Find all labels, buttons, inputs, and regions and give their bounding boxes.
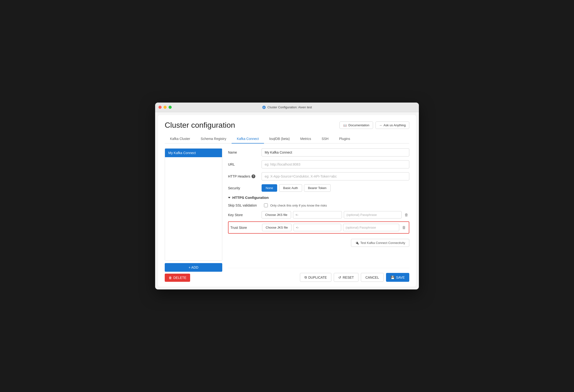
trust-store-input[interactable] xyxy=(293,224,341,231)
traffic-lights xyxy=(159,106,172,109)
collapse-icon[interactable] xyxy=(228,197,230,198)
duplicate-button[interactable]: ⧉ DUPLICATE xyxy=(300,273,332,282)
window-title: ⟳ Cluster Configuration: Aiven test xyxy=(262,105,312,109)
tab-schema-registry[interactable]: Schema Registry xyxy=(195,135,232,143)
test-connectivity-button[interactable]: 🔌 Test Kafka Connect Connectivity xyxy=(351,239,409,247)
trash-icon: 🗑 xyxy=(168,276,172,280)
app-icon: ⟳ xyxy=(262,105,266,109)
trust-store-label: Trust Store xyxy=(228,226,262,230)
trust-store-passphrase-input[interactable] xyxy=(343,224,399,231)
sidebar-list: My Kafka Connect xyxy=(165,148,222,261)
url-input[interactable] xyxy=(262,160,409,168)
delete-button[interactable]: 🗑 DELETE xyxy=(165,274,190,282)
http-headers-label: HTTP Headers ? xyxy=(228,175,262,178)
tab-kafka-connect[interactable]: Kafka Connect xyxy=(232,135,264,143)
close-button[interactable] xyxy=(159,106,162,109)
name-label: Name xyxy=(228,151,262,154)
arrow-icon: → xyxy=(379,123,382,127)
https-section-header: HTTPS Configuration xyxy=(228,196,409,200)
titlebar: ⟳ Cluster Configuration: Aiven test xyxy=(155,102,419,112)
main-content: Cluster configuration 📖 Documentation → … xyxy=(158,115,416,287)
name-input[interactable] xyxy=(262,148,409,157)
security-basic-auth-button[interactable]: Basic Auth xyxy=(279,184,302,192)
tab-ksqldb-beta[interactable]: ksqlDB (beta) xyxy=(264,135,295,143)
security-bearer-token-button[interactable]: Bearer Token xyxy=(304,184,331,192)
main-layout: My Kafka Connect + ADD 🗑 DELETE Name xyxy=(165,148,409,282)
save-icon: 💾 xyxy=(390,275,395,279)
ssl-checkbox[interactable] xyxy=(264,203,268,207)
key-store-label: Key Store xyxy=(228,213,262,217)
tab-metrics[interactable]: Metrics xyxy=(295,135,316,143)
security-none-button[interactable]: None xyxy=(262,184,277,192)
security-row: Security None Basic Auth Bearer Token xyxy=(228,184,409,192)
documentation-button[interactable]: 📖 Documentation xyxy=(340,121,373,129)
tab-kafka-cluster[interactable]: Kafka Cluster xyxy=(165,135,195,143)
maximize-button[interactable] xyxy=(168,106,172,109)
key-store-choose-button[interactable]: Choose JKS file xyxy=(262,211,291,218)
save-button[interactable]: 💾 SAVE xyxy=(386,273,409,282)
header-actions: 📖 Documentation → Ask us Anything xyxy=(340,121,409,129)
sidebar: My Kafka Connect + ADD 🗑 DELETE xyxy=(165,148,222,282)
copy-icon: ⧉ xyxy=(305,275,307,279)
tab-ssh[interactable]: SSH xyxy=(316,135,334,143)
key-store-passphrase-input[interactable] xyxy=(344,211,402,218)
page-header: Cluster configuration 📖 Documentation → … xyxy=(165,121,409,130)
svg-text:⟳: ⟳ xyxy=(263,106,265,109)
ssl-row: Skip SSL validation Only check this only… xyxy=(228,203,409,207)
security-label: Security xyxy=(228,186,262,190)
reset-button[interactable]: ↺ RESET xyxy=(334,273,358,282)
plug-icon: 🔌 xyxy=(355,241,359,245)
http-headers-row: HTTP Headers ? xyxy=(228,172,409,180)
add-button[interactable]: + ADD xyxy=(165,263,222,272)
tab-plugins[interactable]: Plugins xyxy=(334,135,355,143)
key-store-input[interactable] xyxy=(293,211,342,218)
trust-store-row: Trust Store Choose JKS file 🗑 xyxy=(228,221,409,234)
tabs: Kafka Cluster Schema Registry Kafka Conn… xyxy=(165,135,409,143)
book-icon: 📖 xyxy=(343,123,347,127)
http-headers-input[interactable] xyxy=(262,172,409,180)
page-title: Cluster configuration xyxy=(165,121,235,130)
app-window: ⟳ Cluster Configuration: Aiven test Clus… xyxy=(155,102,419,290)
minimize-button[interactable] xyxy=(164,106,167,109)
test-connectivity-area: 🔌 Test Kafka Connect Connectivity xyxy=(228,239,409,247)
cancel-button[interactable]: CANCEL xyxy=(361,273,384,282)
url-label: URL xyxy=(228,162,262,166)
sidebar-item-my-kafka-connect[interactable]: My Kafka Connect xyxy=(165,149,222,157)
ask-us-button[interactable]: → Ask us Anything xyxy=(375,121,410,129)
trust-store-choose-button[interactable]: Choose JKS file xyxy=(262,224,291,231)
trust-store-controls: Choose JKS file 🗑 xyxy=(262,224,407,231)
name-row: Name xyxy=(228,148,409,157)
ssl-label: Skip SSL validation xyxy=(228,203,262,207)
key-store-row: Key Store Choose JKS file 🗑 xyxy=(228,211,409,218)
ssl-text: Only check this only if you know the ris… xyxy=(270,204,327,207)
key-store-controls: Choose JKS file 🗑 xyxy=(262,211,409,218)
security-buttons: None Basic Auth Bearer Token xyxy=(262,184,331,192)
trust-store-delete-button[interactable]: 🗑 xyxy=(401,225,407,231)
key-store-delete-button[interactable]: 🗑 xyxy=(404,212,409,218)
info-icon[interactable]: ? xyxy=(251,175,255,178)
reset-icon: ↺ xyxy=(338,275,341,279)
form-area: Name URL HTTP Headers ? xyxy=(228,148,409,282)
url-row: URL xyxy=(228,160,409,168)
footer-actions: ⧉ DUPLICATE ↺ RESET CANCEL 💾 SAVE xyxy=(228,268,409,282)
